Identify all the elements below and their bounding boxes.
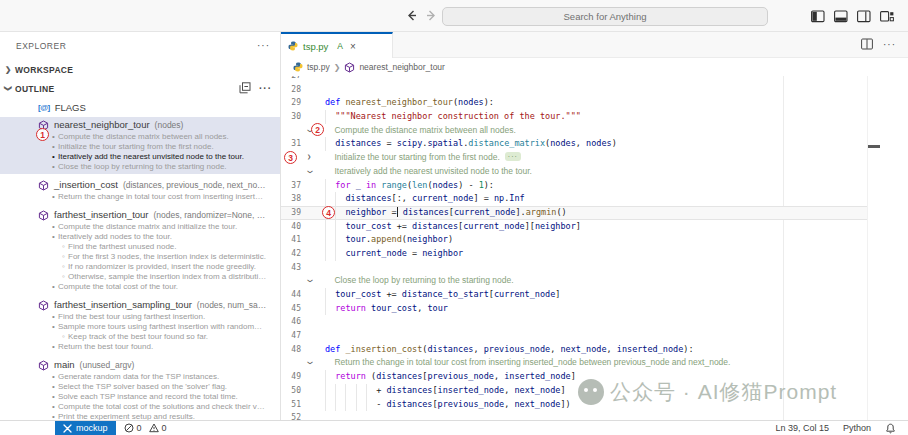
fold-gutter <box>303 179 315 193</box>
breadcrumb-file[interactable]: tsp.py <box>307 62 330 72</box>
outline-more-icon[interactable]: ··· <box>259 84 272 94</box>
fold-gutter <box>303 96 315 110</box>
sidebar-section-outline[interactable]: ❯ OUTLINE ··· <box>0 79 280 98</box>
folded-code-badge[interactable]: ··· <box>505 152 521 161</box>
outline-note: ◦Otherwise, sample the insertion index f… <box>0 272 280 282</box>
outline-note: ◦If no randomizer is provided, insert th… <box>0 262 280 272</box>
code-row[interactable]: 38distances[:, current_node] = np.Inf <box>281 192 908 206</box>
language-mode[interactable]: Python <box>843 423 871 433</box>
code-text: return tour_cost, tour <box>325 302 448 316</box>
code-lines: 272829def nearest_neighbor_tour(nodes):3… <box>281 76 908 420</box>
code-row[interactable]: 41tour.append(neighbor) <box>281 233 908 247</box>
fold-gutter <box>303 329 315 343</box>
line-number: 37 <box>281 179 301 193</box>
problems-indicator[interactable]: 0 0 <box>116 421 175 435</box>
fold-gutter <box>303 315 315 329</box>
branch-indicator[interactable]: mockup <box>55 421 116 435</box>
fold-gutter <box>303 83 315 97</box>
forward-arrow-icon[interactable] <box>425 9 438 22</box>
code-row[interactable]: 37for _ in range(len(nodes) - 1): <box>281 179 908 193</box>
tab-close-icon[interactable]: × <box>350 41 356 52</box>
back-arrow-icon[interactable] <box>405 9 418 22</box>
breadcrumb-symbol[interactable]: nearest_neighbor_tour <box>359 62 445 72</box>
sidebar-section-workspace[interactable]: ❯ WORKSPACE <box>0 60 280 79</box>
search-input[interactable]: Search for Anything <box>442 7 768 26</box>
code-row[interactable]: 45return tour_cost, tour <box>281 302 908 316</box>
fold-collapsed-icon[interactable]: ❯ <box>303 151 315 165</box>
code-note-row[interactable]: ❯Compute the distance matrix between all… <box>281 124 908 138</box>
split-editor-icon[interactable] <box>861 36 873 54</box>
code-note-row[interactable]: ❯Iteratively add the nearest unvisited n… <box>281 165 908 179</box>
line-number <box>281 274 301 288</box>
code-area[interactable]: 272829def nearest_neighbor_tour(nodes):3… <box>281 76 908 420</box>
code-row[interactable]: 50+ distances[inserted_node, next_node] <box>281 384 908 398</box>
code-note-row[interactable]: ❯Return the change in total tour cost fr… <box>281 356 908 370</box>
symbol-params: (unused_argv) <box>80 358 135 372</box>
annotation-badge-1: 1 <box>36 128 49 141</box>
outline-item-nearest_neighbor_tour[interactable]: nearest_neighbor_tour (nodes)•Compute th… <box>0 117 280 174</box>
toggle-sidebar-icon[interactable] <box>811 9 825 23</box>
fold-gutter <box>303 384 315 398</box>
line-number <box>281 165 301 179</box>
explorer-more-icon[interactable]: ··· <box>257 41 270 51</box>
outline-item-name[interactable]: main (unused_argv) <box>0 358 280 372</box>
code-row[interactable]: 49return (distances[previous_node, inser… <box>281 370 908 384</box>
code-text: tour.append(neighbor) <box>325 233 453 247</box>
line-number: 48 <box>281 343 301 357</box>
notifications-bell-icon[interactable] <box>885 423 896 434</box>
fold-gutter <box>303 110 315 124</box>
code-note-row[interactable]: ❯Initialize the tour starting from the f… <box>281 151 908 165</box>
outline-item-_insertion_cost[interactable]: _insertion_cost (distances, previous_nod… <box>0 177 280 204</box>
code-text: Compute the distance matrix between all … <box>325 124 516 138</box>
toggle-panel-icon[interactable] <box>834 9 848 23</box>
line-number: 39 <box>281 206 301 220</box>
fold-expanded-icon[interactable]: ❯ <box>303 274 315 288</box>
line-number: 40 <box>281 220 301 234</box>
code-row[interactable]: 52 <box>281 411 908 420</box>
tab-label: tsp.py <box>303 41 328 52</box>
code-row[interactable]: 43 <box>281 261 908 275</box>
outline-item-flags[interactable]: [@] FLAGS <box>0 100 280 114</box>
code-row[interactable]: 46 <box>281 315 908 329</box>
editor-more-icon[interactable]: ··· <box>883 40 896 50</box>
code-row[interactable]: 51- distances[previous_node, next_node]) <box>281 398 908 412</box>
cursor-position[interactable]: Ln 39, Col 15 <box>775 423 829 433</box>
code-row[interactable]: 40tour_cost += distances[current_node][n… <box>281 220 908 234</box>
fold-gutter <box>303 76 315 83</box>
fold-gutter <box>303 370 315 384</box>
code-text: def _insertion_cost(distances, previous_… <box>325 343 694 357</box>
tools-icon <box>63 424 72 433</box>
code-row[interactable]: 47 <box>281 329 908 343</box>
outline-item-name[interactable]: _insertion_cost (distances, previous_nod… <box>0 178 280 192</box>
outline-note: •Iteratively add the nearest unvisited n… <box>0 152 280 162</box>
code-row[interactable]: 28 <box>281 83 908 97</box>
outline-item-name[interactable]: farthest_insertion_sampling_tour (nodes,… <box>0 298 280 312</box>
line-number: 50 <box>281 384 301 398</box>
code-row[interactable]: 30"""Nearest neighbor construction of th… <box>281 110 908 124</box>
customize-layout-icon[interactable] <box>880 9 894 23</box>
code-row[interactable]: 42current_node = neighbor <box>281 247 908 261</box>
python-file-icon <box>293 62 303 72</box>
method-icon <box>344 62 355 73</box>
code-row[interactable]: 27 <box>281 76 908 83</box>
title-bar: Search for Anything <box>0 0 908 32</box>
code-row[interactable]: 29def nearest_neighbor_tour(nodes): <box>281 96 908 110</box>
code-note-row[interactable]: ❯Close the loop by returning to the star… <box>281 274 908 288</box>
tab-tsp-py[interactable]: tsp.py A × <box>281 32 393 58</box>
fold-gutter <box>303 137 315 151</box>
outline-item-name[interactable]: farthest_insertion_tour (nodes, randomiz… <box>0 208 280 222</box>
editor-group: tsp.py A × ··· tsp.py ❯ <box>281 32 908 420</box>
code-row[interactable]: 48def _insertion_cost(distances, previou… <box>281 343 908 357</box>
code-row[interactable]: 31distances = scipy.spatial.distance_mat… <box>281 137 908 151</box>
outline-item-farthest_insertion_sampling_tour[interactable]: farthest_insertion_sampling_tour (nodes,… <box>0 297 280 354</box>
fold-expanded-icon[interactable]: ❯ <box>303 165 315 179</box>
fold-expanded-icon[interactable]: ❯ <box>303 356 315 370</box>
line-number: 44 <box>281 288 301 302</box>
fold-gutter <box>303 343 315 357</box>
code-row[interactable]: 39neighbor = distances[current_node].arg… <box>281 206 867 220</box>
collapse-all-icon[interactable] <box>239 82 251 96</box>
outline-item-main[interactable]: main (unused_argv)•Generate random data … <box>0 357 280 420</box>
outline-item-farthest_insertion_tour[interactable]: farthest_insertion_tour (nodes, randomiz… <box>0 207 280 294</box>
code-row[interactable]: 44tour_cost += distance_to_start[current… <box>281 288 908 302</box>
toggle-secondary-sidebar-icon[interactable] <box>857 9 871 23</box>
